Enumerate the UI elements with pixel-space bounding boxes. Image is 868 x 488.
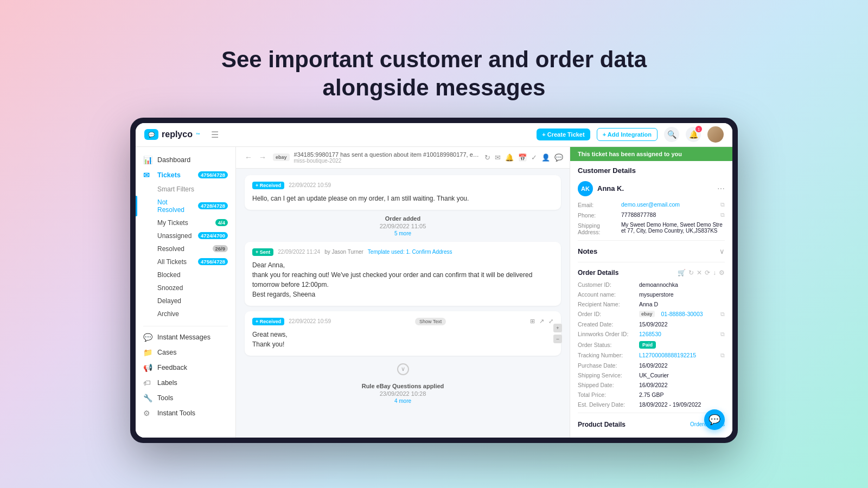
filter-blocked[interactable]: Blocked	[136, 268, 235, 281]
copy-order-id-icon[interactable]: ⧉	[720, 311, 725, 318]
order-details-label: Order Details	[578, 269, 674, 277]
copy-email-icon[interactable]: ⧉	[720, 201, 725, 208]
copy-tracking-icon[interactable]: ⧉	[720, 352, 725, 359]
instant-tools-label: Instant Tools	[157, 409, 228, 417]
logo-area: 💬 replyco ™	[144, 129, 200, 140]
total-price-label: Total Price:	[578, 391, 635, 398]
sidebar-item-instant-tools[interactable]: ⚙ Instant Tools	[136, 406, 235, 421]
copy-phone-icon[interactable]: ⧉	[720, 211, 725, 219]
conv-nav: ← →	[242, 152, 269, 163]
system1-more[interactable]: 5 more	[394, 230, 411, 236]
sidebar-item-cases[interactable]: 📁 Cases	[136, 345, 235, 360]
filter-snoozed[interactable]: Snoozed	[136, 281, 235, 294]
email-icon[interactable]: ✉	[495, 153, 501, 162]
sidebar-item-tools[interactable]: 🔧 Tools	[136, 390, 235, 406]
add-integration-button[interactable]: + Add Integration	[597, 128, 658, 141]
search-nav-icon[interactable]: 🔍	[664, 127, 679, 142]
hamburger-icon[interactable]: ☰	[211, 130, 219, 140]
total-price-value: 2.75 GBP	[639, 391, 725, 398]
cases-icon: 📁	[143, 348, 153, 357]
system2-more[interactable]: 4 more	[394, 398, 411, 404]
customer-name: Anna K.	[597, 184, 713, 192]
person-icon[interactable]: 👤	[541, 153, 550, 162]
msg1-date: 22/09/2022 10:59	[289, 182, 331, 188]
show-text-toggle[interactable]: Show Text	[415, 318, 446, 325]
message-sent-1: + Sent 22/09/2022 11:24 by Jason Turner …	[245, 242, 561, 306]
msg2-tag: + Sent	[252, 248, 273, 256]
shipped-date-value: 16/09/2022	[639, 382, 725, 388]
calendar-icon[interactable]: 📅	[518, 153, 527, 162]
feedback-icon: 📢	[143, 363, 153, 372]
cart-icon[interactable]: 🛒	[678, 269, 686, 277]
feedback-label: Feedback	[157, 364, 228, 371]
sidebar-item-instant-messages[interactable]: 💬 Instant Messages	[136, 330, 235, 345]
filter-all-tickets[interactable]: All Tickets 4756/4728	[136, 255, 235, 268]
expand-msg-icon[interactable]: ⊞	[530, 318, 535, 325]
filter-unassigned[interactable]: Unassigned 4724/4700	[136, 229, 235, 242]
instant-messages-label: Instant Messages	[157, 333, 228, 341]
avatar[interactable]	[707, 126, 724, 143]
tickets-icon: ✉	[143, 171, 153, 179]
chat-fab-button[interactable]: 💬	[704, 409, 725, 430]
more-options-icon[interactable]: ⋯	[717, 184, 725, 193]
unassigned-badge: 4724/4700	[198, 232, 228, 239]
product-details-label: Product Details	[578, 421, 687, 428]
filter-delayed[interactable]: Delayed	[136, 294, 235, 307]
notes-section: Notes ∨	[570, 244, 732, 259]
email-label: Email:	[578, 201, 617, 208]
customer-id-value: demoannochka	[639, 281, 725, 288]
forward-arrow-icon[interactable]: →	[257, 152, 269, 163]
snoozed-label: Snoozed	[157, 284, 183, 292]
headline-line2: alongside messages	[323, 75, 546, 100]
notes-chevron-icon[interactable]: ∨	[719, 247, 725, 255]
sidebar-item-tickets[interactable]: ✉ Tickets 4756/4728	[136, 168, 235, 183]
msg1-tag: + Received	[252, 182, 284, 189]
msg2-text: Dear Anna, thank you for reaching out! W…	[252, 260, 553, 299]
instant-messages-icon: 💬	[143, 333, 153, 342]
bell-icon[interactable]: 🔔	[505, 153, 514, 162]
notification-badge: 1	[695, 126, 702, 132]
side-ctrl-collapse[interactable]: –	[553, 335, 562, 343]
create-ticket-button[interactable]: + Create Ticket	[537, 129, 590, 140]
email-value: demo.user@email.com	[621, 201, 716, 208]
refresh-icon[interactable]: ↻	[484, 153, 490, 162]
copy-linnworks-icon[interactable]: ⧉	[720, 331, 725, 338]
filter-my-tickets[interactable]: My Tickets 4/4	[136, 216, 235, 229]
sidebar-item-dashboard[interactable]: 📊 Dashboard	[136, 152, 235, 168]
sidebar-item-labels[interactable]: 🏷 Labels	[136, 375, 235, 390]
tools-icon: 🔧	[143, 394, 153, 402]
back-arrow-icon[interactable]: ←	[242, 152, 254, 163]
shipping-value: My Sweet Demo Home, Sweet Demo Street 77…	[621, 222, 725, 234]
tickets-label: Tickets	[157, 171, 194, 179]
msg2-line1: Dear Anna,	[252, 261, 285, 269]
shipping-label: Shipping Address:	[578, 222, 617, 235]
system-message-2: Rule eBay Questions applied 23/09/2022 1…	[245, 383, 561, 404]
refresh-order-icon[interactable]: ↻	[688, 269, 694, 277]
filter-resolved[interactable]: Resolved 26/9	[136, 242, 235, 255]
cross-order-icon[interactable]: ✕	[697, 269, 702, 277]
chat-active-icon[interactable]: 💬	[554, 153, 563, 162]
assigned-banner: This ticket has been assigned to you	[570, 147, 732, 161]
archive-label: Archive	[157, 310, 179, 318]
fullscreen-msg-icon[interactable]: ⤢	[548, 318, 553, 325]
filter-not-resolved[interactable]: Not Resolved 4728/4728	[136, 196, 235, 216]
sidebar: 📊 Dashboard ✉ Tickets 4756/4728 Smart Fi…	[136, 147, 236, 438]
share-msg-icon[interactable]: ↗	[539, 318, 544, 325]
filter-archive[interactable]: Archive	[136, 307, 235, 320]
msg3-text: Great news, Thank you!	[252, 330, 553, 349]
side-ctrl-expand[interactable]: +	[553, 324, 562, 332]
shipping-service-value: UK_Courier	[639, 372, 725, 378]
message-received-1: + Received 22/09/2022 10:59 Hello, can I…	[245, 175, 561, 210]
msg3-tag: + Received	[252, 318, 284, 325]
chevron-down-btn[interactable]: ∨	[397, 363, 409, 375]
customer-id-label: Customer ID:	[578, 281, 635, 288]
notification-icon[interactable]: 🔔 1	[686, 127, 701, 142]
smart-filters-item[interactable]: Smart Filters	[136, 183, 235, 196]
sidebar-item-feedback[interactable]: 📢 Feedback	[136, 360, 235, 375]
download-order-icon[interactable]: ↓	[713, 269, 716, 277]
repeat-order-icon[interactable]: ⟳	[705, 269, 710, 277]
message-received-2: + Received 22/09/2022 10:59 Show Text ⊞ …	[245, 311, 561, 356]
settings-order-icon[interactable]: ⚙	[719, 269, 725, 277]
check-icon[interactable]: ✓	[531, 153, 537, 162]
customer-initials: AK	[581, 185, 590, 192]
